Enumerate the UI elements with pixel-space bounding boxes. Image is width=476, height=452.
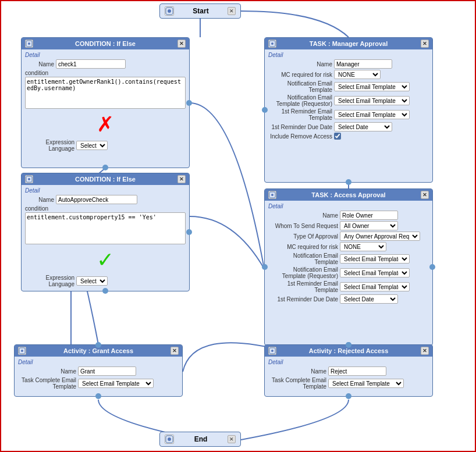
condition2-name-row: Name [25,195,186,204]
condition1-dot-bottom [102,165,108,170]
ta-remind-email-select[interactable]: Select Email Template [340,282,410,291]
condition1-close-button[interactable]: ✕ [177,40,186,48]
condition2-condition-textarea[interactable]: entitlement.customproperty15 == 'Yes' [25,212,186,244]
condition2-name-input[interactable] [56,195,137,204]
ta-remind-email-label: 1st Reminder Email Template [268,280,338,293]
ta-remind-date-select[interactable]: Select Date [340,294,398,304]
svg-point-11 [21,350,23,352]
ar-complete-select[interactable]: Select Email Template [328,379,404,388]
activity-grant-close-button[interactable]: ✕ [170,347,179,355]
tm-remind-email-select[interactable]: Select Email Template [334,110,410,119]
ta-whom-label: Whom To Send Request [268,223,338,229]
task-manager-close-button[interactable]: ✕ [421,40,429,48]
end-icon [165,435,174,444]
task-manager-detail-label: Detail [268,52,429,58]
ar-name-label: Name [268,368,326,375]
ta-notif-req-select[interactable]: Select Email Template [340,268,410,277]
condition2-close-button[interactable]: ✕ [177,175,186,183]
ta-notif-email-row: Notification Email Template Select Email… [268,252,429,265]
task-access-node: TASK : Access Approval ✕ Detail Name Who… [264,188,433,346]
condition2-title: CONDITION : If Else [33,176,177,183]
activity-grant-dot-top [95,342,101,348]
condition1-condition-textarea[interactable]: entitlement.getOwnerRank1().contains(req… [25,77,186,109]
ta-type-label: Type Of Approval [268,233,338,240]
ta-mcrisk-label: MC required for risk [268,244,338,250]
task-access-close-button[interactable]: ✕ [421,191,429,199]
ta-whom-row: Whom To Send Request All Owner [268,221,429,230]
tm-name-label: Name [268,61,332,67]
end-close-button[interactable]: ✕ [228,435,236,443]
ta-name-input[interactable] [340,211,398,220]
activity-grant-detail-label: Detail [18,359,179,365]
ta-remind-email-row: 1st Reminder Email Template Select Email… [268,280,429,293]
activity-rejected-close-button[interactable]: ✕ [421,347,429,355]
task-manager-body: Detail Name MC required for risk NONE No… [265,49,432,143]
condition2-expr-row: Expression Language Select [25,275,186,287]
condition2-expr-label: Expression Language [25,275,74,287]
condition1-detail-label: Detail [25,52,186,58]
start-title: Start [176,7,225,15]
svg-point-1 [168,9,171,13]
ar-name-row: Name [268,366,429,376]
tm-include-label: Include Remove Access [268,133,332,140]
svg-point-7 [271,42,273,45]
tm-notif-req-label: Notification Email Template (Requestor) [268,94,332,107]
condition1-expr-select[interactable]: Select [76,141,108,150]
activity-grant-title: Activity : Grant Access [26,347,170,354]
task-manager-dot-bottom [346,179,351,185]
condition2-name-label: Name [25,197,54,203]
condition2-check-icon: ✓ [25,248,186,272]
task-access-dot-right [429,264,435,270]
tm-include-row: Include Remove Access [268,133,429,140]
tm-mcrisk-row: MC required for risk NONE [268,70,429,79]
condition1-node: CONDITION : If Else ✕ Detail Name condit… [21,37,190,168]
ag-complete-select[interactable]: Select Email Template [78,379,154,388]
activity-grant-dot-bottom [95,393,101,399]
condition2-expr-select[interactable]: Select [76,276,108,286]
condition2-body: Detail Name condition entitlement.custom… [22,185,189,291]
workflow-canvas: Start ✕ CONDITION : If Else ✕ Detail Nam… [0,0,476,452]
condition1-textarea-wrap: entitlement.getOwnerRank1().contains(req… [25,77,186,110]
tm-name-input[interactable] [334,59,392,69]
end-title: End [176,435,225,443]
svg-point-9 [271,194,273,196]
condition1-name-input[interactable] [56,59,126,69]
svg-point-5 [28,178,30,180]
ta-type-select[interactable]: Any Owner Approval Required [340,232,420,241]
condition1-name-label: Name [25,61,54,67]
condition2-header: CONDITION : If Else ✕ [22,173,189,185]
ta-remind-date-row: 1st Reminder Due Date Select Date [268,294,429,304]
task-access-detail-label: Detail [268,203,429,209]
start-close-button[interactable]: ✕ [228,7,236,15]
tm-mcrisk-select[interactable]: NONE [334,70,381,79]
task-access-title: TASK : Access Approval [276,191,421,198]
ar-name-input[interactable] [328,366,386,376]
task-access-icon [268,191,276,199]
ag-complete-row: Task Complete Email Template Select Emai… [18,377,179,390]
task-access-body: Detail Name Whom To Send Request All Own… [265,201,432,307]
tm-notif-req-select[interactable]: Select Email Template [334,96,410,105]
condition1-cond-label: condition [25,70,186,76]
condition1-expr-row: Expression Language Select [25,139,186,152]
task-manager-title: TASK : Manager Approval [276,40,421,47]
condition1-expr-label: Expression Language [25,139,74,152]
svg-point-13 [271,350,273,352]
tm-remind-date-select[interactable]: Select Date [334,122,392,131]
ta-notif-email-select[interactable]: Select Email Template [340,254,410,264]
tm-remind-date-row: 1st Reminder Due Date Select Date [268,122,429,131]
tm-notif-email-select[interactable]: Select Email Template [334,82,410,91]
activity-rejected-dot-bottom [346,393,351,399]
ta-type-row: Type Of Approval Any Owner Approval Requ… [268,232,429,241]
tm-name-row: Name [268,59,429,69]
tm-include-checkbox[interactable] [334,133,341,140]
ta-mcrisk-select[interactable]: NONE [340,242,386,251]
ta-whom-select[interactable]: All Owner [340,221,398,230]
svg-point-15 [168,437,171,441]
ag-name-input[interactable] [78,366,136,376]
ta-notif-email-label: Notification Email Template [268,252,338,265]
activity-rejected-dot-top [346,342,351,348]
condition2-icon [25,175,33,183]
condition2-dot-bottom [102,288,108,294]
condition1-dot-right [186,100,192,106]
ta-notif-req-label: Notification Email Template (Requestor) [268,266,338,279]
